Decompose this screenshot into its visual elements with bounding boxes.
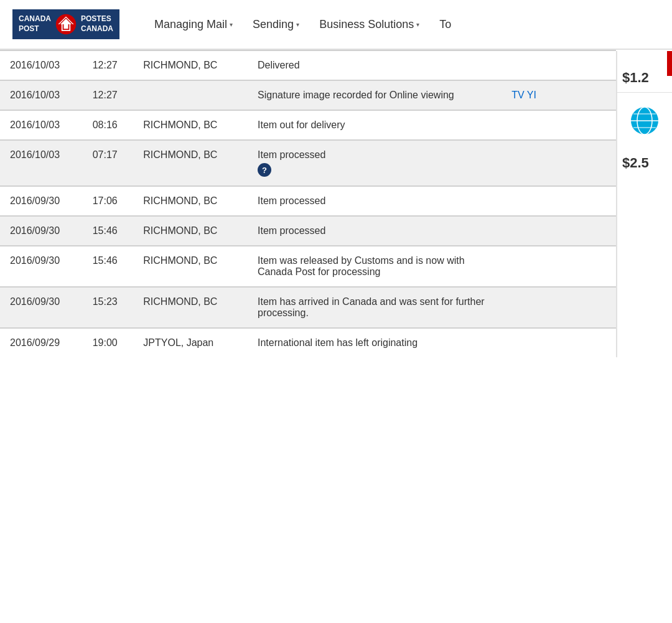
price-1: $1.2 [617, 57, 672, 93]
right-sidebar: $1.2 $2.5 [616, 51, 672, 357]
row-description: Item has arrived in Canada and was sent … [248, 288, 502, 327]
row-description: Item processed [248, 217, 502, 245]
table-row: 2016/09/30 15:23 RICHMOND, BC Item has a… [0, 288, 616, 327]
table-row: 2016/10/03 08:16 RICHMOND, BC Item out f… [0, 111, 616, 139]
tv-yi-link[interactable]: TV YI [511, 90, 536, 100]
row-date: 2016/09/30 [0, 246, 83, 286]
red-accent-bar [667, 51, 672, 76]
nav-sending-arrow-icon: ▾ [296, 21, 299, 28]
row-time: 07:17 [83, 141, 134, 185]
row-description: Item processed [248, 187, 502, 215]
row-location: RICHMOND, BC [133, 51, 248, 80]
row-extra [502, 187, 616, 215]
row-date: 2016/09/30 [0, 187, 83, 215]
logo-box: CANADA POST POSTES CANADA [12, 9, 119, 39]
row-location: RICHMOND, BC [133, 111, 248, 139]
row-extra [502, 141, 616, 185]
row-time: 12:27 [83, 51, 134, 80]
globe-icon [629, 105, 660, 136]
nav-business-solutions-arrow-icon: ▾ [416, 21, 419, 28]
tracking-table: 2016/10/03 12:27 RICHMOND, BC Delivered … [0, 51, 616, 357]
row-date: 2016/09/30 [0, 217, 83, 245]
row-location: RICHMOND, BC [133, 246, 248, 286]
row-date: 2016/09/29 [0, 329, 83, 357]
nav-to[interactable]: To [429, 18, 461, 31]
logo: CANADA POST POSTES CANADA [12, 9, 119, 39]
table-row: 2016/10/03 07:17 RICHMOND, BC Item proce… [0, 141, 616, 185]
row-time: 15:46 [83, 246, 134, 286]
logo-arrow-icon [55, 13, 77, 35]
nav-managing-mail-arrow-icon: ▾ [230, 21, 233, 28]
row-description: Item was released by Customs and is now … [248, 246, 502, 286]
row-extra [502, 246, 616, 286]
table-row: 2016/10/03 12:27 RICHMOND, BC Delivered [0, 51, 616, 80]
row-time: 12:27 [83, 81, 134, 110]
row-time: 19:00 [83, 329, 134, 357]
main-content: 2016/10/03 12:27 RICHMOND, BC Delivered … [0, 51, 672, 357]
row-date: 2016/09/30 [0, 288, 83, 327]
row-time: 08:16 [83, 111, 134, 139]
nav-managing-mail[interactable]: Managing Mail ▾ [144, 18, 243, 31]
table-row: 2016/09/30 17:06 RICHMOND, BC Item proce… [0, 187, 616, 215]
row-location: RICHMOND, BC [133, 217, 248, 245]
row-location: RICHMOND, BC [133, 187, 248, 215]
row-date: 2016/10/03 [0, 51, 83, 80]
row-time: 15:23 [83, 288, 134, 327]
row-time: 17:06 [83, 187, 134, 215]
row-extra [502, 111, 616, 139]
row-extra [502, 329, 616, 357]
table-row: 2016/09/30 15:46 RICHMOND, BC Item proce… [0, 217, 616, 245]
row-description: International item has left originating [248, 329, 502, 357]
nav-sending[interactable]: Sending ▾ [243, 18, 309, 31]
row-extra[interactable]: TV YI [502, 81, 616, 110]
row-date: 2016/10/03 [0, 111, 83, 139]
row-date: 2016/10/03 [0, 141, 83, 185]
row-date: 2016/10/03 [0, 81, 83, 110]
row-description: Item processed ? [248, 141, 502, 185]
row-description: Delivered [248, 51, 502, 80]
row-description: Item out for delivery [248, 111, 502, 139]
main-nav: Managing Mail ▾ Sending ▾ Business Solut… [144, 18, 660, 31]
row-extra [502, 51, 616, 80]
table-row: 2016/10/03 12:27 Signature image recorde… [0, 81, 616, 110]
help-icon[interactable]: ? [258, 163, 271, 177]
row-location: RICHMOND, BC [133, 288, 248, 327]
logo-text-right: POSTES CANADA [81, 14, 113, 34]
price-2: $2.5 [617, 149, 672, 177]
row-description: Signature image recorded for Online view… [248, 81, 502, 110]
row-extra [502, 288, 616, 327]
header: CANADA POST POSTES CANADA Managing Mail … [0, 0, 672, 50]
row-location: RICHMOND, BC [133, 141, 248, 185]
row-location: JPTYOL, Japan [133, 329, 248, 357]
row-time: 15:46 [83, 217, 134, 245]
nav-business-solutions[interactable]: Business Solutions ▾ [309, 18, 429, 31]
row-location [133, 81, 248, 110]
row-extra [502, 217, 616, 245]
table-row: 2016/09/30 15:46 RICHMOND, BC Item was r… [0, 246, 616, 286]
logo-text-left: CANADA POST [19, 14, 51, 34]
table-row: 2016/09/29 19:00 JPTYOL, Japan Internati… [0, 329, 616, 357]
